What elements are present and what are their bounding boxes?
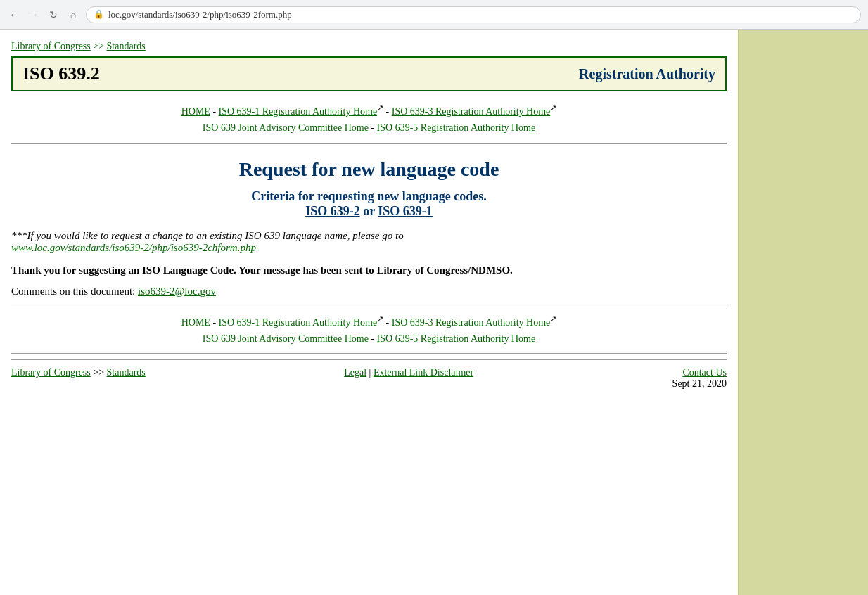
nav-dash2: - <box>386 106 392 117</box>
right-sidebar <box>738 30 868 595</box>
breadcrumb-library-link[interactable]: Library of Congress <box>11 41 91 51</box>
bottom-footer: Library of Congress >> Standards Legal |… <box>11 359 727 395</box>
divider-2 <box>11 305 727 305</box>
footer-iso6395-link[interactable]: ISO 639-5 Registration Authority Home <box>377 333 536 344</box>
main-content: Library of Congress >> Standards ISO 639… <box>0 30 738 595</box>
nav-home-link[interactable]: HOME <box>181 106 210 117</box>
footer-library-link[interactable]: Library of Congress <box>11 367 91 378</box>
footer-center: Legal | External Link Disclaimer <box>344 367 473 378</box>
footer-iso6391-link[interactable]: ISO 639-1 Registration Authority Home <box>219 316 378 327</box>
ext-icon-2: ↗ <box>550 103 556 112</box>
change-notice: ***If you would like to request a change… <box>11 230 727 254</box>
nav-dash3: - <box>371 122 376 133</box>
back-button[interactable]: ← <box>7 8 21 22</box>
browser-chrome: ← → ↻ ⌂ 🔒 loc.gov/standards/iso639-2/php… <box>0 0 868 30</box>
footer-dash2: - <box>386 316 392 327</box>
address-bar[interactable]: 🔒 loc.gov/standards/iso639-2/php/iso639-… <box>86 6 861 23</box>
page-heading: Request for new language code <box>11 158 727 181</box>
footer-joint-link[interactable]: ISO 639 Joint Advisory Committee Home <box>203 333 369 344</box>
footer-date: Sept 21, 2020 <box>672 378 727 390</box>
footer-dash3: - <box>371 333 376 344</box>
url-text: loc.gov/standards/iso639-2/php/iso639-2f… <box>108 9 292 20</box>
divider-1 <box>11 143 727 144</box>
footer-dash1: - <box>212 316 218 327</box>
change-notice-text: ***If you would like to request a change… <box>11 230 404 241</box>
criteria-iso6392-link[interactable]: ISO 639-2 <box>305 204 360 218</box>
comments-label: Comments on this document: <box>11 286 138 297</box>
divider-3 <box>11 353 727 354</box>
criteria-heading: Criteria for requesting new language cod… <box>11 189 727 219</box>
criteria-or: or <box>363 204 378 218</box>
nav-joint-link[interactable]: ISO 639 Joint Advisory Committee Home <box>203 122 369 133</box>
footer-iso6393-link[interactable]: ISO 639-3 Registration Authority Home <box>392 316 551 327</box>
footer-ext-icon-2: ↗ <box>550 314 556 323</box>
nav-iso6391-link[interactable]: ISO 639-1 Registration Authority Home <box>219 106 378 117</box>
footer-ext-icon-1: ↗ <box>377 314 383 323</box>
criteria-iso6391-link[interactable]: ISO 639-1 <box>378 204 433 218</box>
header-banner: ISO 639.2 Registration Authority <box>11 56 727 91</box>
footer-right: Contact Us Sept 21, 2020 <box>672 367 727 390</box>
footer-contact-link[interactable]: Contact Us <box>682 367 727 378</box>
header-title: ISO 639.2 <box>23 63 100 84</box>
footer-legal-link[interactable]: Legal <box>344 367 366 378</box>
thank-you-text: Thank you for suggesting an ISO Language… <box>11 262 727 279</box>
footer-nav-links: HOME - ISO 639-1 Registration Authority … <box>11 312 727 347</box>
footer-breadcrumb-sep: >> <box>93 367 106 378</box>
comments-email-link[interactable]: iso639-2@loc.gov <box>138 286 216 297</box>
nav-iso6393-link[interactable]: ISO 639-3 Registration Authority Home <box>392 106 551 117</box>
breadcrumb: Library of Congress >> Standards <box>11 35 727 56</box>
home-button[interactable]: ⌂ <box>66 8 80 22</box>
reload-button[interactable]: ↻ <box>46 8 60 22</box>
breadcrumb-standards-link[interactable]: Standards <box>107 41 146 51</box>
breadcrumb-separator: >> <box>93 41 106 51</box>
footer-left: Library of Congress >> Standards <box>11 367 146 378</box>
nav-dash1: - <box>212 106 218 117</box>
footer-standards-link[interactable]: Standards <box>107 367 146 378</box>
ext-icon-1: ↗ <box>377 103 383 112</box>
forward-button[interactable]: → <box>27 8 41 22</box>
criteria-line1: Criteria for requesting new language cod… <box>251 189 486 203</box>
header-subtitle: Registration Authority <box>579 66 715 82</box>
nav-iso6395-link[interactable]: ISO 639-5 Registration Authority Home <box>377 122 536 133</box>
comments-text: Comments on this document: iso639-2@loc.… <box>11 286 727 298</box>
footer-home-link[interactable]: HOME <box>181 316 210 327</box>
footer-disclaimer-link[interactable]: External Link Disclaimer <box>374 367 473 378</box>
change-link[interactable]: www.loc.gov/standards/iso639-2/php/iso63… <box>11 242 256 253</box>
top-nav-links: HOME - ISO 639-1 Registration Authority … <box>11 101 727 136</box>
lock-icon: 🔒 <box>94 9 104 20</box>
page-wrapper: Library of Congress >> Standards ISO 639… <box>0 30 868 595</box>
